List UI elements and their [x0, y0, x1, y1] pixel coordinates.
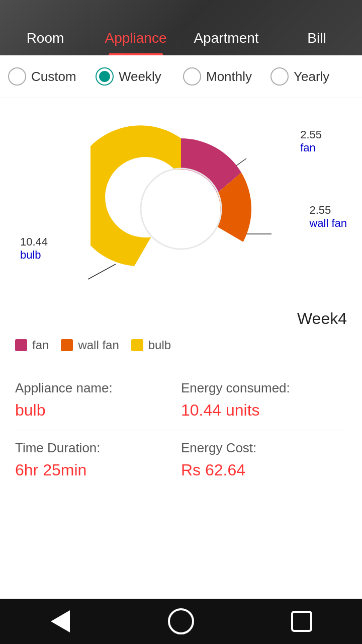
recents-button[interactable]	[287, 606, 317, 636]
energy-cost-label: Energy Cost:	[181, 440, 347, 456]
tab-bill[interactable]: Bill	[272, 22, 362, 55]
tab-apartment[interactable]: Apartment	[181, 22, 272, 55]
bottom-nav	[0, 599, 362, 644]
time-duration-label: Time Duration:	[15, 440, 181, 456]
period-label-weekly: Weekly	[119, 69, 161, 85]
period-option-custom[interactable]: Custom	[8, 67, 92, 86]
wall-fan-label: wall fan	[309, 217, 347, 230]
donut-chart	[90, 118, 272, 299]
legend-item-fan: fan	[15, 338, 49, 352]
legend-item-bulb: bulb	[131, 338, 171, 352]
energy-consumed-label: Energy consumed:	[181, 380, 347, 396]
time-duration-col: Time Duration: 6hr 25min	[15, 440, 181, 479]
chart-label-fan: 2.55 fan	[300, 128, 322, 154]
legend-label-fan: fan	[32, 338, 49, 352]
bottom-spacer	[0, 498, 362, 543]
legend-item-wall-fan: wall fan	[61, 338, 119, 352]
chart-label-wall-fan: 2.55 wall fan	[309, 204, 347, 230]
bulb-label: bulb	[20, 249, 48, 262]
period-option-monthly[interactable]: Monthly	[183, 67, 266, 86]
legend-color-bulb	[131, 339, 143, 351]
radio-custom[interactable]	[8, 67, 26, 86]
energy-cost-col: Energy Cost: Rs 62.64	[181, 440, 347, 479]
period-option-weekly[interactable]: Weekly	[96, 67, 179, 86]
energy-cost-value: Rs 62.64	[181, 461, 347, 479]
donut-center	[142, 170, 220, 248]
bulb-value: 10.44	[20, 235, 48, 249]
legend-label-bulb: bulb	[148, 338, 171, 352]
time-cost-row: Time Duration: 6hr 25min Energy Cost: Rs…	[15, 432, 347, 488]
time-duration-value: 6hr 25min	[15, 461, 181, 479]
back-icon	[51, 610, 70, 632]
divider-1	[15, 430, 347, 430]
wall-fan-value: 2.55	[309, 204, 347, 217]
appliance-name-value: bulb	[15, 401, 181, 420]
radio-monthly[interactable]	[183, 67, 201, 86]
header-tabs: Room Appliance Apartment Bill	[0, 0, 362, 55]
period-selector: Custom Weekly Monthly Yearly	[0, 55, 362, 98]
legend-label-wall-fan: wall fan	[78, 338, 119, 352]
radio-weekly[interactable]	[96, 67, 114, 86]
home-button[interactable]	[166, 606, 196, 636]
recents-icon	[291, 611, 312, 632]
chart-area: 2.55 fan 2.55 wall fan 10.44 bulb	[0, 98, 362, 309]
legend-color-wall-fan	[61, 339, 73, 351]
fan-label: fan	[300, 141, 322, 154]
back-button[interactable]	[45, 606, 75, 636]
home-icon	[168, 608, 194, 634]
appliance-name-label: Appliance name:	[15, 380, 181, 396]
header: Room Appliance Apartment Bill	[0, 0, 362, 55]
tab-appliance[interactable]: Appliance	[90, 22, 181, 55]
radio-yearly[interactable]	[270, 67, 289, 86]
period-label-monthly: Monthly	[206, 69, 252, 85]
chart-label-bulb: 10.44 bulb	[20, 235, 48, 262]
donut-svg	[90, 118, 272, 299]
period-label-custom: Custom	[31, 69, 76, 85]
period-label-yearly: Yearly	[294, 69, 329, 85]
fan-value: 2.55	[300, 128, 322, 141]
tab-room[interactable]: Room	[0, 22, 90, 55]
energy-consumed-col: Energy consumed: 10.44 units	[181, 380, 347, 420]
energy-consumed-value: 10.44 units	[181, 401, 347, 420]
appliance-name-col: Appliance name: bulb	[15, 380, 181, 420]
period-option-yearly[interactable]: Yearly	[270, 67, 354, 86]
legend-color-fan	[15, 339, 27, 351]
week-indicator: Week4	[0, 309, 362, 333]
appliance-energy-row: Appliance name: bulb Energy consumed: 10…	[15, 372, 347, 428]
legend: fan wall fan bulb	[0, 333, 362, 362]
details-section: Appliance name: bulb Energy consumed: 10…	[0, 362, 362, 498]
